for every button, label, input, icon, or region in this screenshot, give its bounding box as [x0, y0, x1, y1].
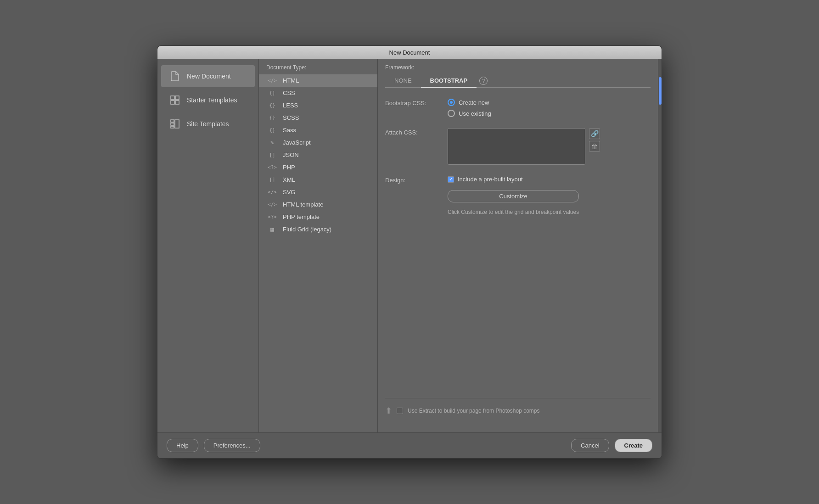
- js-type-icon: ✎: [266, 139, 278, 146]
- design-label: Design:: [385, 176, 440, 184]
- attach-css-label: Attach CSS:: [385, 128, 440, 136]
- title-bar: New Document: [157, 46, 662, 59]
- new-document-dialog: New Document New Document: [157, 45, 662, 459]
- framework-panel: Framework: NONE BOOTSTRAP ? Bootstrap CS…: [378, 59, 658, 432]
- attach-css-area: 🔗 🗑: [448, 128, 600, 165]
- sass-type-icon: {}: [266, 127, 278, 133]
- doc-type-panel: Document Type: </> HTML {} CSS {} LESS {…: [258, 59, 378, 432]
- use-existing-radio[interactable]: Use existing: [448, 110, 491, 117]
- create-new-radio-indicator: [448, 99, 455, 106]
- remove-css-button[interactable]: 🗑: [589, 141, 600, 152]
- svg-rect-6: [171, 126, 174, 128]
- design-row: Design: ✓ Include a pre-built layout Cus…: [385, 176, 651, 215]
- use-existing-label: Use existing: [459, 110, 491, 117]
- svg-rect-2: [175, 96, 179, 100]
- design-controls: ✓ Include a pre-built layout Customize C…: [448, 176, 579, 215]
- attach-css-row: Attach CSS: 🔗 🗑: [385, 128, 651, 165]
- scss-type-icon: {}: [266, 115, 278, 121]
- html-type-icon: </>: [266, 78, 278, 84]
- framework-help-icon[interactable]: ?: [479, 77, 488, 85]
- doc-type-xml-label: XML: [283, 176, 295, 183]
- framework-content: Bootstrap CSS: Create new Use existing: [385, 88, 651, 427]
- doc-type-list: </> HTML {} CSS {} LESS {} SCSS {} Sas: [259, 74, 377, 432]
- doc-type-svg[interactable]: </> SVG: [259, 186, 377, 198]
- framework-tabs: NONE BOOTSTRAP ?: [385, 74, 651, 88]
- sidebar-item-new-document[interactable]: New Document: [161, 65, 255, 87]
- svg-rect-1: [171, 101, 174, 104]
- json-type-icon: []: [266, 152, 278, 158]
- doc-type-sass-label: Sass: [283, 127, 296, 134]
- doc-type-fluid-grid-label: Fluid Grid (legacy): [283, 226, 331, 233]
- svg-rect-7: [175, 120, 179, 128]
- doc-type-php[interactable]: <?> PHP: [259, 161, 377, 174]
- file-icon: [168, 70, 181, 83]
- pre-built-layout-checkbox[interactable]: ✓ Include a pre-built layout: [448, 176, 579, 183]
- attach-css-input[interactable]: [448, 128, 585, 165]
- create-new-label: Create new: [459, 99, 489, 106]
- doc-type-css-label: CSS: [283, 90, 295, 96]
- doc-type-json-label: JSON: [283, 151, 299, 158]
- bootstrap-css-label: Bootstrap CSS:: [385, 99, 440, 106]
- footer-right: Cancel Create: [571, 439, 652, 452]
- svg-type-icon: </>: [266, 189, 278, 195]
- doc-type-javascript[interactable]: ✎ JavaScript: [259, 136, 377, 149]
- svg-rect-5: [171, 123, 174, 125]
- dialog-title: New Document: [389, 49, 430, 56]
- customize-hint: Click Customize to edit the grid and bre…: [448, 209, 579, 215]
- extract-label: Use Extract to build your page from Phot…: [408, 408, 539, 414]
- doc-type-scss-label: SCSS: [283, 114, 299, 121]
- css-action-buttons: 🔗 🗑: [589, 128, 600, 152]
- sidebar-label-starter-templates: Starter Templates: [187, 96, 237, 104]
- create-new-radio[interactable]: Create new: [448, 99, 491, 106]
- link-css-button[interactable]: 🔗: [589, 128, 600, 139]
- doc-type-scss[interactable]: {} SCSS: [259, 112, 377, 124]
- css-type-icon: {}: [266, 90, 278, 96]
- customize-button[interactable]: Customize: [448, 190, 579, 202]
- framework-label: Framework:: [385, 64, 651, 71]
- extract-checkbox[interactable]: [397, 408, 403, 414]
- fluid-grid-type-icon: ▦: [266, 226, 278, 233]
- footer-left: Help Preferences...: [167, 439, 260, 452]
- grid-icon: [168, 118, 181, 130]
- doc-type-svg-label: SVG: [283, 189, 295, 196]
- tab-bootstrap[interactable]: BOOTSTRAP: [421, 74, 477, 88]
- dialog-footer: Help Preferences... Cancel Create: [157, 432, 662, 458]
- html-template-type-icon: </>: [266, 202, 278, 207]
- php-template-type-icon: <?>: [266, 214, 278, 220]
- doc-type-js-label: JavaScript: [283, 139, 311, 146]
- svg-rect-4: [171, 120, 174, 122]
- doc-type-css[interactable]: {} CSS: [259, 87, 377, 99]
- scrollbar[interactable]: [658, 59, 662, 432]
- doc-type-json[interactable]: [] JSON: [259, 149, 377, 161]
- templates-icon: [168, 94, 181, 106]
- doc-type-less-label: LESS: [283, 102, 298, 109]
- tab-none[interactable]: NONE: [385, 74, 421, 88]
- doc-type-html-label: HTML: [283, 77, 299, 84]
- create-button[interactable]: Create: [615, 439, 652, 452]
- sidebar-item-starter-templates[interactable]: Starter Templates: [161, 89, 255, 111]
- doc-type-html-template[interactable]: </> HTML template: [259, 198, 377, 211]
- doc-type-sass[interactable]: {} Sass: [259, 124, 377, 136]
- preferences-button[interactable]: Preferences...: [204, 439, 260, 452]
- pre-built-layout-checkbox-indicator: ✓: [448, 176, 454, 183]
- doc-type-xml[interactable]: [] XML: [259, 174, 377, 186]
- php-type-icon: <?>: [266, 164, 278, 170]
- sidebar-item-site-templates[interactable]: Site Templates: [161, 113, 255, 135]
- svg-rect-0: [171, 96, 174, 100]
- cancel-button[interactable]: Cancel: [571, 439, 609, 452]
- doc-type-html-template-label: HTML template: [283, 201, 323, 208]
- sidebar: New Document Starter Templates: [157, 59, 258, 432]
- doc-type-fluid-grid[interactable]: ▦ Fluid Grid (legacy): [259, 223, 377, 235]
- doc-type-php-label: PHP: [283, 164, 295, 171]
- doc-type-php-template-label: PHP template: [283, 213, 320, 220]
- dialog-body: New Document Starter Templates: [157, 59, 662, 432]
- use-existing-radio-indicator: [448, 110, 455, 117]
- doc-type-less[interactable]: {} LESS: [259, 99, 377, 112]
- bootstrap-css-controls: Create new Use existing: [448, 99, 491, 117]
- doc-type-php-template[interactable]: <?> PHP template: [259, 211, 377, 223]
- help-button[interactable]: Help: [167, 439, 198, 452]
- extract-row: ⬆ Use Extract to build your page from Ph…: [385, 398, 651, 416]
- doc-type-html[interactable]: </> HTML: [259, 74, 377, 87]
- svg-rect-3: [175, 101, 179, 104]
- sidebar-label-site-templates: Site Templates: [187, 120, 229, 128]
